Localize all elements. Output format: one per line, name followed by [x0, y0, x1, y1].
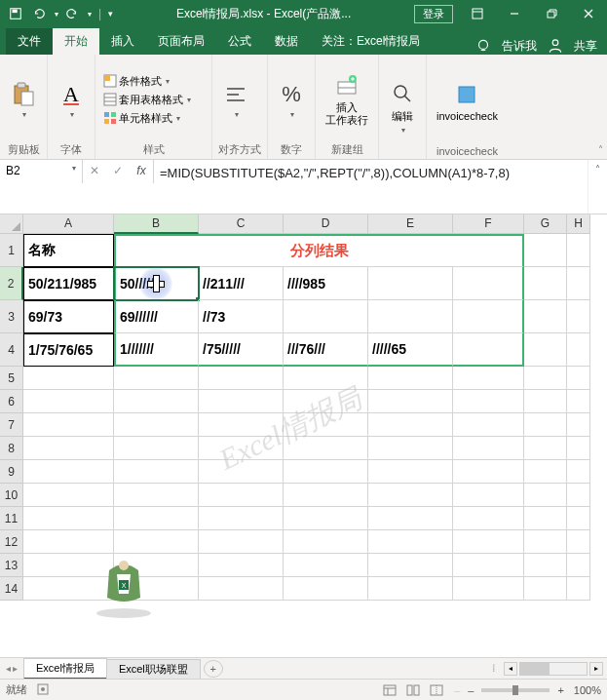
cell[interactable]: [114, 460, 199, 484]
cell[interactable]: [524, 367, 567, 390]
cell[interactable]: [368, 390, 453, 413]
cell[interactable]: 1/75/76/65: [23, 333, 114, 367]
cell[interactable]: [368, 413, 453, 437]
normal-view-icon[interactable]: [380, 682, 399, 698]
col-header[interactable]: F: [453, 214, 524, 234]
cell[interactable]: [284, 484, 368, 507]
cell[interactable]: [199, 484, 284, 507]
col-header[interactable]: H: [567, 214, 590, 234]
cell[interactable]: [23, 390, 114, 413]
cell[interactable]: [524, 234, 567, 267]
cell[interactable]: ////985: [284, 267, 368, 300]
cell[interactable]: [453, 507, 524, 530]
col-header[interactable]: A: [23, 214, 114, 234]
redo-icon[interactable]: [62, 4, 82, 23]
row-header[interactable]: 2: [0, 267, 23, 300]
tellme-label[interactable]: 告诉我: [502, 38, 537, 55]
cell[interactable]: [368, 437, 453, 460]
cell[interactable]: [524, 437, 567, 460]
hscroll-right-icon[interactable]: ▸: [589, 662, 603, 676]
cell[interactable]: [368, 577, 453, 601]
collapse-ribbon-icon[interactable]: ˄: [598, 144, 603, 155]
row-header[interactable]: 8: [0, 437, 23, 460]
font-button[interactable]: A▾: [54, 79, 89, 121]
cell[interactable]: [524, 530, 567, 554]
cell[interactable]: [524, 390, 567, 413]
restore-icon[interactable]: [533, 0, 570, 27]
zoom-level[interactable]: 100%: [574, 684, 601, 696]
cell[interactable]: /75/////: [199, 333, 284, 367]
cell[interactable]: [23, 554, 114, 577]
macro-record-icon[interactable]: [37, 683, 49, 697]
cell[interactable]: [23, 484, 114, 507]
cell[interactable]: [114, 484, 199, 507]
table-format-button[interactable]: 套用表格格式▾: [101, 92, 193, 108]
sheet-nav-prev-icon[interactable]: ◂: [6, 663, 11, 674]
cell[interactable]: [114, 507, 199, 530]
cell[interactable]: [199, 367, 284, 390]
cell[interactable]: [284, 507, 368, 530]
cell[interactable]: [284, 460, 368, 484]
cell[interactable]: [524, 413, 567, 437]
hscrollbar[interactable]: [519, 662, 588, 676]
cell[interactable]: [567, 484, 590, 507]
tab-home[interactable]: 开始: [53, 28, 99, 55]
cell[interactable]: [368, 484, 453, 507]
cell[interactable]: [567, 437, 590, 460]
cell[interactable]: [284, 530, 368, 554]
cell[interactable]: [368, 460, 453, 484]
cell[interactable]: [114, 413, 199, 437]
col-header[interactable]: B: [114, 214, 199, 234]
cell[interactable]: [23, 437, 114, 460]
cell[interactable]: [368, 267, 453, 300]
formula-input[interactable]: =MID(SUBSTITUTE($A2,"/",REPT("/",8)),COL…: [154, 160, 588, 214]
col-header[interactable]: D: [284, 214, 368, 234]
share-icon[interactable]: [547, 37, 564, 55]
cell[interactable]: [453, 333, 524, 367]
save-icon[interactable]: [6, 4, 25, 23]
cell[interactable]: [453, 390, 524, 413]
cell[interactable]: [524, 484, 567, 507]
cell[interactable]: [368, 300, 453, 333]
cell[interactable]: [114, 390, 199, 413]
cell[interactable]: [23, 507, 114, 530]
row-header[interactable]: 10: [0, 484, 23, 507]
cell[interactable]: [284, 554, 368, 577]
col-header[interactable]: G: [524, 214, 567, 234]
cell[interactable]: [567, 554, 590, 577]
cell[interactable]: [524, 460, 567, 484]
cell[interactable]: [567, 300, 590, 333]
cell[interactable]: [284, 437, 368, 460]
cell[interactable]: [524, 577, 567, 601]
share-label[interactable]: 共享: [574, 38, 597, 55]
row-header[interactable]: 7: [0, 413, 23, 437]
cell[interactable]: [199, 507, 284, 530]
row-header[interactable]: 12: [0, 530, 23, 554]
cell[interactable]: [453, 267, 524, 300]
cell[interactable]: [567, 267, 590, 300]
cell[interactable]: [567, 460, 590, 484]
cell[interactable]: [453, 554, 524, 577]
row-header[interactable]: 11: [0, 507, 23, 530]
tab-focus[interactable]: 关注：Excel情报局: [310, 28, 432, 55]
conditional-format-button[interactable]: 条件格式▾: [101, 73, 193, 90]
cell[interactable]: [567, 507, 590, 530]
expand-formula-icon[interactable]: ˄: [588, 160, 607, 214]
cell[interactable]: [199, 413, 284, 437]
cell[interactable]: [567, 413, 590, 437]
cell[interactable]: [567, 530, 590, 554]
fx-icon[interactable]: fx: [130, 164, 153, 177]
cell[interactable]: 69/73: [23, 300, 114, 333]
cell[interactable]: [567, 234, 590, 267]
cell[interactable]: [567, 390, 590, 413]
cell[interactable]: [284, 413, 368, 437]
cell[interactable]: [114, 437, 199, 460]
cell[interactable]: [284, 577, 368, 601]
row-header[interactable]: 4: [0, 333, 23, 367]
sheet-nav-next-icon[interactable]: ▸: [13, 663, 18, 674]
cell[interactable]: ///76///: [284, 333, 368, 367]
cell[interactable]: [199, 530, 284, 554]
zoom-out-button[interactable]: –: [468, 684, 474, 696]
tab-insert[interactable]: 插入: [99, 28, 146, 55]
cell[interactable]: [199, 437, 284, 460]
